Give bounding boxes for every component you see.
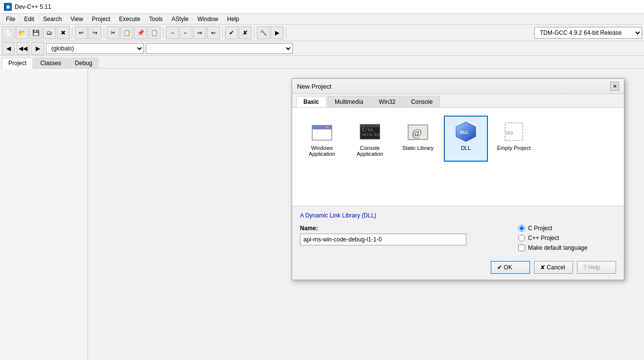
toolbar-run-btn[interactable]: ▶ (271, 26, 283, 39)
dialog-options: Name: C Project C++ Project (300, 225, 616, 251)
toolbar-copy-btn[interactable]: 📋 (120, 26, 133, 39)
toolbar-save-btn[interactable]: 💾 (29, 26, 42, 39)
app-icon: ▣ (4, 3, 12, 11)
menu-bar: File Edit Search View Project Execute To… (0, 14, 644, 24)
toolbar-redo-btn[interactable]: ↪ (89, 26, 101, 39)
project-type-console-app[interactable]: C:\>_ hello.exe ConsoleApplication (348, 116, 392, 162)
project-type-dll[interactable]: DLL DLL (444, 116, 488, 162)
toolbar-indent-btn[interactable]: → (166, 26, 179, 39)
c-project-label[interactable]: C Project (528, 225, 552, 232)
dialog-name-input[interactable] (300, 234, 466, 245)
svg-text:hello.exe: hello.exe (362, 133, 381, 137)
dialog-close-btn[interactable]: ✕ (610, 82, 619, 91)
tab-bar: Project Classes Debug (0, 56, 644, 69)
dialog-content: WindowsApplication C:\>_ hello.exe (292, 108, 624, 206)
toolbar-saveall-btn[interactable]: 🗂 (43, 26, 56, 39)
sidebar (0, 69, 88, 360)
svg-text:DLL: DLL (460, 130, 469, 135)
dialog-help-btn[interactable]: ? Help (577, 261, 616, 274)
c-project-radio-row: C Project (518, 225, 616, 232)
scope-select[interactable]: (globals) (46, 43, 144, 54)
dialog-tab-multimedia[interactable]: Multimedia (327, 96, 370, 107)
cpp-project-radio-row: C++ Project (518, 235, 616, 241)
dialog-info-text: A Dynamic Link Library (DLL) (300, 212, 616, 219)
dialog-cancel-btn[interactable]: ✘ Cancel (534, 261, 573, 274)
toolbar-sep-6 (286, 27, 286, 38)
menu-execute[interactable]: Execute (115, 15, 144, 24)
menu-view[interactable]: View (67, 15, 87, 24)
menu-tools[interactable]: Tools (145, 15, 167, 24)
menu-window[interactable]: Window (193, 15, 222, 24)
default-language-row: Make default language (518, 244, 616, 251)
dialog-tab-bar: Basic Multimedia Win32 Console (292, 94, 624, 108)
toolbar-build-btn[interactable]: 🔨 (257, 26, 270, 39)
dialog-tab-win32[interactable]: Win32 (371, 96, 403, 107)
dialog-buttons: ✔ OK ✘ Cancel ? Help (292, 257, 624, 280)
dialog-ok-btn[interactable]: ✔ OK (491, 261, 530, 274)
toolbar2-back-btn[interactable]: ◀ (2, 42, 15, 55)
compiler-select[interactable]: TDM-GCC 4.9.2 64-bit Release (534, 27, 642, 39)
toolbar-cut-btn[interactable]: ✂ (107, 26, 119, 39)
secondary-toolbar: ◀ ◀◀ ▶ (globals) (0, 41, 644, 56)
toolbar-paste2-btn[interactable]: 📋 (148, 26, 161, 39)
windows-app-label: WindowsApplication (309, 145, 335, 157)
toolbar-open-btn[interactable]: 📂 (16, 26, 28, 39)
dialog-footer: A Dynamic Link Library (DLL) Name: C Pro… (292, 206, 624, 257)
svg-text:C:\>_: C:\>_ (362, 127, 376, 132)
project-type-windows-app[interactable]: WindowsApplication (300, 116, 344, 162)
project-type-static-lib[interactable]: @ Static Library (396, 116, 440, 162)
cpp-project-label[interactable]: C++ Project (528, 235, 559, 241)
app-title: Dev-C++ 5.11 (15, 3, 51, 10)
toolbar-sep-5 (254, 27, 254, 38)
console-app-icon: C:\>_ hello.exe (359, 120, 381, 143)
project-icons-list: WindowsApplication C:\>_ hello.exe (300, 116, 616, 162)
menu-edit[interactable]: Edit (20, 15, 38, 24)
project-type-empty[interactable]: DEV Empty Project (492, 116, 536, 162)
toolbar2-jump-btn[interactable]: ▶ (31, 42, 44, 55)
menu-astyle[interactable]: AStyle (168, 15, 193, 24)
dialog-radio-section: C Project C++ Project Make default langu… (518, 225, 616, 251)
svg-rect-2 (326, 126, 328, 128)
toolbar-unindent-btn[interactable]: ← (180, 26, 192, 39)
toolbar-close-btn[interactable]: ✖ (57, 26, 69, 39)
default-language-checkbox[interactable] (518, 244, 525, 251)
new-project-dialog: New Project ✕ Basic Multimedia Win32 Con… (292, 78, 624, 280)
menu-help[interactable]: Help (223, 15, 243, 24)
dialog-name-label: Name: (300, 225, 518, 232)
menu-project[interactable]: Project (88, 15, 114, 24)
dialog-title: New Project (297, 83, 331, 90)
svg-text:@: @ (412, 126, 422, 139)
c-project-radio[interactable] (518, 225, 525, 232)
toolbar-unindent2-btn[interactable]: ⇐ (207, 26, 220, 39)
tab-project[interactable]: Project (2, 58, 33, 69)
dll-icon: DLL (455, 120, 477, 143)
dialog-tab-basic[interactable]: Basic (296, 96, 326, 107)
tab-debug[interactable]: Debug (69, 58, 98, 68)
toolbar-sep-1 (72, 27, 72, 38)
dialog-titlebar: New Project ✕ (292, 79, 624, 94)
toolbar-paste-btn[interactable]: 📌 (134, 26, 147, 39)
tab-classes[interactable]: Classes (34, 58, 68, 68)
menu-file[interactable]: File (2, 15, 19, 24)
dialog-tab-console[interactable]: Console (404, 96, 440, 107)
cpp-project-radio[interactable] (518, 235, 525, 241)
console-app-label: ConsoleApplication (357, 145, 383, 157)
toolbar2-forward-btn[interactable]: ◀◀ (17, 42, 29, 55)
menu-search[interactable]: Search (39, 15, 66, 24)
dialog-name-section: Name: (300, 225, 518, 245)
static-lib-label: Static Library (402, 145, 434, 151)
toolbar-sep-2 (104, 27, 104, 38)
main-area: New Project ✕ Basic Multimedia Win32 Con… (0, 69, 644, 360)
toolbar-compileerr-btn[interactable]: ✘ (239, 26, 252, 39)
title-bar: ▣ Dev-C++ 5.11 (0, 0, 644, 14)
default-language-label[interactable]: Make default language (528, 244, 587, 251)
toolbar-indent2-btn[interactable]: ⇒ (193, 26, 206, 39)
function-select[interactable] (146, 43, 293, 54)
toolbar-undo-btn[interactable]: ↩ (75, 26, 88, 39)
toolbar-compile-btn[interactable]: ✔ (225, 26, 238, 39)
dialog-overlay: New Project ✕ Basic Multimedia Win32 Con… (88, 69, 644, 360)
svg-rect-1 (312, 125, 332, 129)
svg-text:DEV: DEV (506, 131, 513, 136)
toolbar-new-btn[interactable]: 📄 (2, 26, 15, 39)
toolbar-sep-4 (222, 27, 223, 38)
